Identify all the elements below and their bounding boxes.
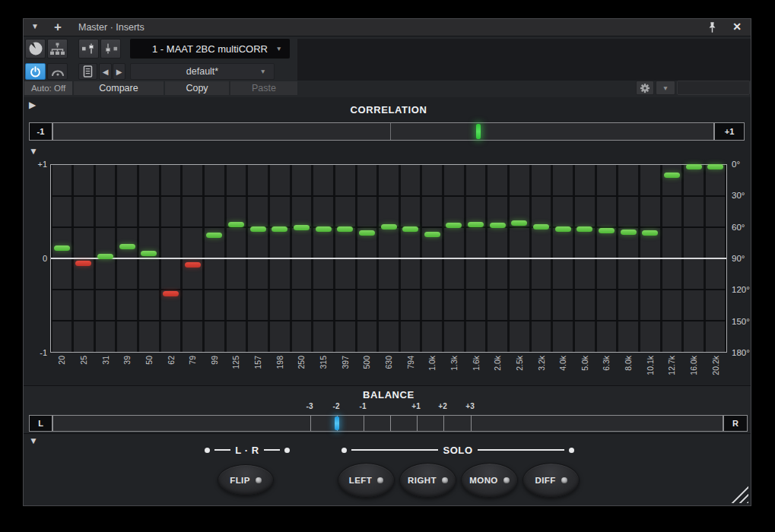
band-bar-79: [185, 262, 201, 268]
frequency-label-39: 39: [122, 356, 132, 382]
compare-button[interactable]: Compare: [74, 81, 164, 95]
frequency-label-397: 397: [340, 356, 351, 382]
frequency-label-125: 125: [230, 356, 241, 382]
band-bar-2.0k: [490, 223, 506, 228]
automation-mode-button[interactable]: Auto: Off: [24, 81, 72, 95]
solo-diff-button[interactable]: DIFF: [522, 463, 580, 498]
decorative-line: [264, 449, 280, 451]
knob-icon: [28, 41, 43, 56]
plugin-selector-dropdown[interactable]: 1 - MAAT 2BC multiCORR ▼: [130, 39, 290, 59]
flip-button[interactable]: FLIP: [218, 464, 274, 496]
prev-preset-button[interactable]: ◀: [99, 63, 112, 80]
channel-editor-button[interactable]: [25, 39, 46, 59]
balance-scale-label--3: -3: [297, 402, 322, 410]
channel-strip-b-button[interactable]: [100, 39, 121, 59]
band-bar-6.3k: [599, 228, 615, 233]
line-end-dot: [569, 448, 574, 453]
window-collapse-button[interactable]: ▼: [31, 22, 39, 30]
solo-group-label: SOLO: [443, 445, 472, 456]
solo-left-label: LEFT: [349, 476, 372, 485]
balance-tick: [310, 416, 311, 431]
decorative-line: [478, 449, 564, 451]
preset-menu-button[interactable]: [78, 63, 97, 80]
solo-right-button[interactable]: RIGHT: [399, 463, 456, 498]
line-end-dot: [205, 448, 210, 453]
flip-button-label: FLIP: [230, 476, 250, 485]
settings-button[interactable]: [636, 81, 654, 95]
band-bar-16.0k: [686, 164, 702, 169]
balance-left-label: L: [29, 415, 52, 432]
channel-strip-a-button[interactable]: [78, 39, 99, 59]
frequency-label-1.3k: 1.3k: [449, 356, 459, 382]
band-bar-630: [381, 224, 397, 230]
chevron-right-icon: ▶: [116, 68, 122, 76]
frequency-label-10.1k: 10.1k: [645, 356, 656, 382]
decorative-line: [351, 449, 438, 451]
band-bar-1.3k: [446, 223, 462, 228]
right-axis-label: 0°: [732, 159, 762, 169]
next-preset-button[interactable]: ▶: [113, 63, 125, 80]
arc-icon: [50, 66, 65, 77]
right-axis-label: 120°: [732, 284, 762, 295]
solo-mono-button[interactable]: MONO: [461, 463, 518, 498]
band-bar-794: [402, 226, 418, 232]
paste-button[interactable]: Paste: [230, 81, 297, 95]
solo-mono-label: MONO: [469, 476, 497, 485]
solo-left-led: [377, 477, 383, 483]
band-bar-157: [250, 226, 266, 232]
gear-icon: [640, 83, 650, 93]
balance-scale-label-+3: +3: [457, 402, 483, 410]
frequency-label-12.7k: 12.7k: [666, 356, 677, 382]
flip-led: [256, 477, 262, 483]
band-bar-315: [316, 226, 332, 232]
chart-collapse-button[interactable]: ▼: [29, 147, 38, 157]
correlation-collapse-button[interactable]: ▶: [29, 100, 36, 110]
frequency-label-3.2k: 3.2k: [536, 356, 547, 382]
chevron-left-icon: ◀: [103, 68, 109, 76]
band-bar-2.5k: [511, 220, 527, 226]
routing-tree-icon: [49, 43, 65, 55]
routing-button[interactable]: [47, 39, 68, 59]
close-button[interactable]: ✕: [732, 21, 742, 33]
settings-dropdown-button[interactable]: ▼: [656, 81, 675, 95]
balance-meter: [52, 415, 723, 432]
solo-diff-led: [561, 477, 567, 483]
balance-tick: [390, 416, 391, 431]
solo-right-led: [442, 477, 448, 483]
plugin-power-button[interactable]: [25, 63, 46, 80]
band-bar-25: [75, 261, 91, 266]
power-icon: [30, 66, 41, 78]
preset-dropdown[interactable]: default* ▼: [130, 63, 275, 80]
frequency-label-25: 25: [78, 356, 89, 382]
balance-right-label: R: [723, 415, 748, 432]
line-end-dot: [284, 448, 290, 453]
band-bar-4.0k: [555, 226, 571, 232]
band-bar-10.1k: [642, 230, 658, 236]
sidechain-button[interactable]: [47, 63, 68, 80]
copy-button[interactable]: Copy: [165, 81, 229, 95]
band-bar-5.0k: [576, 226, 592, 232]
frequency-label-79: 79: [187, 356, 198, 382]
right-axis-label: 180°: [732, 347, 762, 358]
frequency-label-5.0k: 5.0k: [580, 356, 590, 382]
correlation-center-line: [390, 123, 391, 140]
balance-tick: [364, 416, 364, 431]
solo-left-button[interactable]: LEFT: [338, 463, 395, 498]
correlation-min-label: -1: [29, 122, 52, 141]
band-bar-39: [119, 244, 135, 249]
add-insert-button[interactable]: +: [54, 19, 62, 36]
band-bar-99: [206, 233, 222, 238]
frequency-label-62: 62: [166, 356, 176, 382]
plugin-note-field[interactable]: [677, 81, 750, 95]
frequency-label-794: 794: [405, 356, 416, 382]
balance-scale-label--2: -2: [323, 402, 349, 410]
pin-button[interactable]: [707, 21, 717, 36]
band-bar-125: [228, 222, 244, 227]
left-axis-label: +1: [24, 159, 47, 169]
left-axis-label: 0: [24, 253, 47, 264]
chevron-down-icon: ▼: [260, 68, 266, 75]
controls-collapse-button[interactable]: ▼: [29, 436, 38, 446]
gridline: [51, 289, 726, 290]
right-axis-label: 60°: [732, 222, 762, 233]
correlation-max-label: +1: [714, 122, 745, 141]
